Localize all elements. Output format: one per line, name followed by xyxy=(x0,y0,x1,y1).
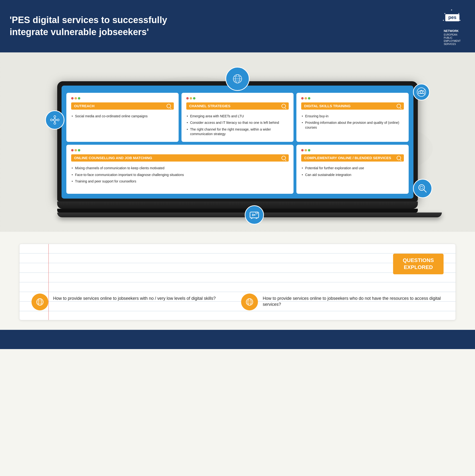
card-channel-title: CHANNEL STRATEGIES xyxy=(186,102,289,110)
complementary-bullet-2: Can aid sustainable integration xyxy=(301,172,404,178)
counselling-bullet-2: Face-to-face communication important to … xyxy=(71,172,289,178)
network-label: NETWORK xyxy=(444,29,460,33)
card-digital-skills: DIGITAL SKILLS TRAINING Ensuring buy-in … xyxy=(296,93,409,142)
svg-text:★: ★ xyxy=(459,19,461,21)
header: 'PES digital services to successfully in… xyxy=(0,0,475,52)
card-channel-strategies: CHANNEL STRATEGIES Emerging area with NE… xyxy=(182,93,294,142)
dot-red xyxy=(186,97,189,100)
pes-logo: ★ ★ ★ ★ ★ pes NETWORK EUROPEANPUBLICEM xyxy=(439,7,465,46)
channel-bullet-2: Consider access and IT literacy so that … xyxy=(186,119,289,126)
svg-text:★: ★ xyxy=(444,13,446,15)
card-complementary: COMPLEMENTARY ONLINE / BLENDED SERVICES … xyxy=(296,145,409,194)
counselling-bullet-3: Training and peer support for counsellor… xyxy=(71,178,289,185)
dot-green xyxy=(78,97,80,100)
dot-yellow xyxy=(305,149,307,152)
digital-bullet-1: Ensuring buy-in xyxy=(301,113,404,120)
svg-line-35 xyxy=(421,187,421,187)
svg-point-32 xyxy=(419,185,424,190)
card-counselling: ONLINE COUNSELLING AND JOB MATCHING Mixi… xyxy=(66,145,293,194)
questions-grid: How to provide services online to jobsee… xyxy=(32,293,443,310)
counselling-bullet-1: Mixing channels of communication to keep… xyxy=(71,165,289,172)
question-item-2: How to provide services online to jobsee… xyxy=(241,293,443,310)
search-icon xyxy=(282,156,286,160)
header-title: 'PES digital services to successfully in… xyxy=(10,14,207,38)
outreach-bullets: Social media and co-ordinated online cam… xyxy=(71,113,174,120)
svg-text:★: ★ xyxy=(451,9,452,11)
outreach-bullet-1: Social media and co-ordinated online cam… xyxy=(71,113,174,120)
dot-yellow xyxy=(190,97,192,100)
digital-bullet-2: Providing information about the provisio… xyxy=(301,119,404,131)
search-icon xyxy=(282,104,286,108)
card-dots xyxy=(186,97,289,100)
dot-green xyxy=(193,97,195,100)
dot-green xyxy=(78,149,80,152)
questions-section: QUESTIONS EXPLORED How t xyxy=(0,232,475,330)
question-icon-2 xyxy=(241,293,258,310)
search-icon xyxy=(167,104,171,108)
svg-rect-30 xyxy=(250,212,259,218)
counselling-bullets: Mixing channels of communication to keep… xyxy=(71,165,289,185)
complementary-bullet-1: Potential for further exploration and us… xyxy=(301,165,404,172)
dot-red xyxy=(301,149,304,152)
screen-cards-grid: OUTREACH Social media and co-ordinated o… xyxy=(66,93,409,194)
questions-box: QUESTIONS EXPLORED How t xyxy=(19,244,456,320)
card-outreach: OUTREACH Social media and co-ordinated o… xyxy=(66,93,179,142)
question-item-1: How to provide services online to jobsee… xyxy=(32,293,234,310)
svg-point-21 xyxy=(57,119,59,121)
questions-title-badge: QUESTIONS EXPLORED xyxy=(393,254,443,274)
svg-point-19 xyxy=(54,119,56,121)
card-counselling-title: ONLINE COUNSELLING AND JOB MATCHING xyxy=(71,154,289,162)
svg-text:pes: pes xyxy=(448,15,457,20)
dot-yellow xyxy=(74,97,77,100)
card-dots xyxy=(71,149,289,152)
channel-bullet-1: Emerging area with NEETs and LTU xyxy=(186,113,289,120)
dot-yellow xyxy=(305,97,307,100)
card-complementary-title: COMPLEMENTARY ONLINE / BLENDED SERVICES xyxy=(301,154,404,162)
card-outreach-title: OUTREACH xyxy=(71,102,174,110)
question-text-1: How to provide services online to jobsee… xyxy=(53,293,216,302)
complementary-bullets: Potential for further exploration and us… xyxy=(301,165,404,178)
dot-yellow xyxy=(74,149,77,152)
svg-point-20 xyxy=(51,119,52,121)
digital-bullets: Ensuring buy-in Providing information ab… xyxy=(301,113,404,131)
network-icon-left xyxy=(45,110,64,130)
card-dots xyxy=(301,149,404,152)
bottom-dark-bar xyxy=(0,330,475,349)
search-icon xyxy=(397,156,401,160)
laptop-hinge xyxy=(57,209,418,213)
laptop-base xyxy=(57,202,418,209)
card-dots xyxy=(301,97,404,100)
dot-green xyxy=(308,149,310,152)
svg-point-23 xyxy=(54,122,56,124)
question-text-2: How to provide services online to jobsee… xyxy=(263,293,443,307)
main-content-area: OUTREACH Social media and co-ordinated o… xyxy=(0,52,475,232)
svg-point-29 xyxy=(420,91,423,93)
laptop: OUTREACH Social media and co-ordinated o… xyxy=(57,65,418,218)
search-magnifier-icon xyxy=(413,179,432,198)
chat-icon-bottom xyxy=(245,205,264,224)
megaphone-icon-right xyxy=(413,84,430,101)
logo-sub: EUROPEANPUBLICEMPLOYMENTSERVICES xyxy=(444,33,460,46)
card-digital-title: DIGITAL SKILLS TRAINING xyxy=(301,102,404,110)
svg-point-22 xyxy=(54,116,56,118)
dot-red xyxy=(301,97,304,100)
laptop-screen-inner: OUTREACH Social media and co-ordinated o… xyxy=(62,85,413,199)
globe-icon-top xyxy=(225,67,250,91)
svg-point-34 xyxy=(420,186,423,189)
dot-red xyxy=(71,97,74,100)
channel-bullet-3: The right channel for the right message,… xyxy=(186,126,289,137)
dot-red xyxy=(71,149,74,152)
laptop-screen-outer: OUTREACH Social media and co-ordinated o… xyxy=(57,81,418,202)
card-dots xyxy=(71,97,174,100)
svg-text:★: ★ xyxy=(442,19,444,21)
page-wrapper: 'PES digital services to successfully in… xyxy=(0,0,475,476)
search-icon xyxy=(397,104,401,108)
dot-green xyxy=(308,97,310,100)
question-icon-1 xyxy=(32,293,48,310)
svg-line-33 xyxy=(424,190,426,192)
channel-bullets: Emerging area with NEETs and LTU Conside… xyxy=(186,113,289,137)
